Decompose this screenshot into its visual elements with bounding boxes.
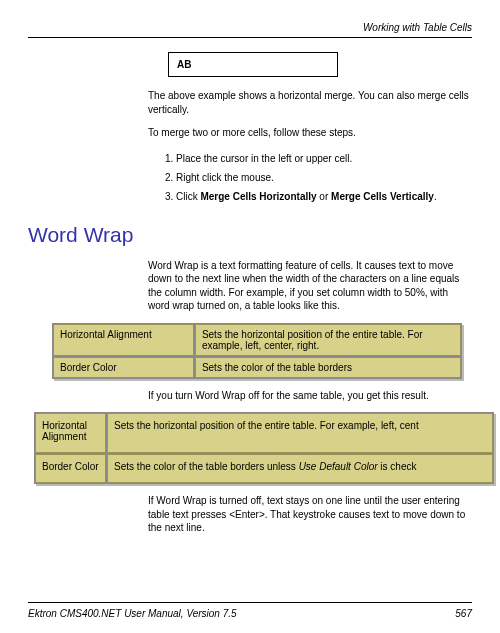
cell-border-color-desc: Sets the color of the table borders unle… xyxy=(107,454,493,483)
step-3: Click Merge Cells Horizontally or Merge … xyxy=(176,188,472,205)
step-3-bold-a: Merge Cells Horizontally xyxy=(200,191,316,202)
table-row: Border Color Sets the color of the table… xyxy=(53,357,461,378)
paragraph-ww-intro: Word Wrap is a text formatting feature o… xyxy=(148,259,472,313)
step-1: Place the cursor in the left or upper ce… xyxy=(176,150,472,167)
cell-border-color-label: Border Color xyxy=(35,454,106,483)
footer-rule xyxy=(28,602,472,603)
cell-horiz-align-label: Horizontal Alignment xyxy=(35,413,106,453)
cell-horiz-align-desc: Sets the horizontal position of the enti… xyxy=(107,413,493,453)
cell-text-a: Sets the color of the table borders unle… xyxy=(114,461,299,472)
header-rule xyxy=(28,37,472,38)
footer-page-number: 567 xyxy=(455,608,472,619)
cell-border-color-label: Border Color xyxy=(53,357,194,378)
footer-manual-title: Ektron CMS400.NET User Manual, Version 7… xyxy=(28,608,237,619)
paragraph-ww-outro: If Word Wrap is turned off, text stays o… xyxy=(148,494,472,535)
steps-list: Place the cursor in the left or upper ce… xyxy=(176,150,472,205)
cell-border-color-desc: Sets the color of the table borders xyxy=(195,357,461,378)
paragraph-ww-mid: If you turn Word Wrap off for the same t… xyxy=(148,389,472,403)
header-section-title: Working with Table Cells xyxy=(28,22,472,33)
table-row: Border Color Sets the color of the table… xyxy=(35,454,493,483)
step-3-or: or xyxy=(317,191,331,202)
cell-text-b: is check xyxy=(378,461,417,472)
step-2: Right click the mouse. xyxy=(176,169,472,186)
cell-horiz-align-desc: Sets the horizontal position of the enti… xyxy=(195,324,461,356)
paragraph-merge-desc: The above example shows a horizontal mer… xyxy=(148,89,472,116)
cell-text-italic: Use Default Color xyxy=(299,461,378,472)
table-wrap-on: Horizontal Alignment Sets the horizontal… xyxy=(52,323,462,379)
heading-word-wrap: Word Wrap xyxy=(28,223,472,247)
step-3-period: . xyxy=(434,191,437,202)
cell-horiz-align-label: Horizontal Alignment xyxy=(53,324,194,356)
table-row: Horizontal Alignment Sets the horizontal… xyxy=(53,324,461,356)
table-wrap-off: Horizontal Alignment Sets the horizontal… xyxy=(34,412,494,484)
table-row: Horizontal Alignment Sets the horizontal… xyxy=(35,413,493,453)
step-3-prefix: Click xyxy=(176,191,200,202)
example-merged-cell: AB xyxy=(168,52,338,77)
step-3-bold-b: Merge Cells Vertically xyxy=(331,191,434,202)
paragraph-steps-intro: To merge two or more cells, follow these… xyxy=(148,126,472,140)
footer: Ektron CMS400.NET User Manual, Version 7… xyxy=(28,608,472,619)
